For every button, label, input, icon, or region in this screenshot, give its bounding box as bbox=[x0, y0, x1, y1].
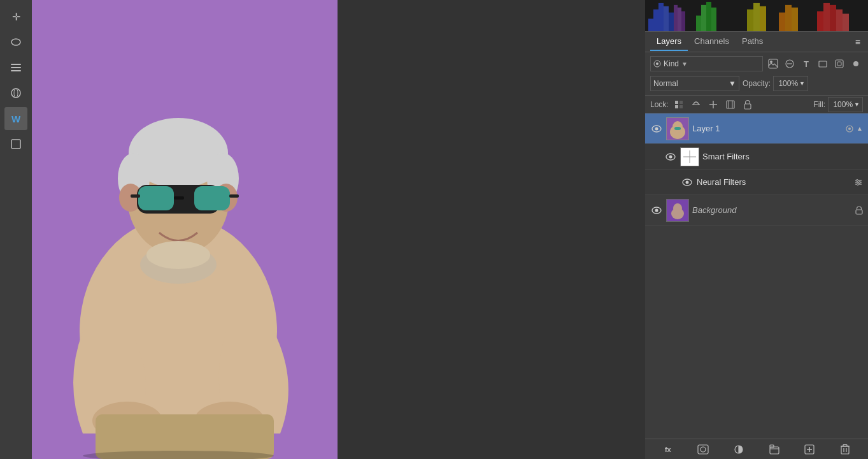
svg-rect-71 bbox=[744, 104, 751, 109]
svg-point-0 bbox=[11, 39, 20, 45]
panel-bottom-toolbar: fx bbox=[645, 439, 868, 459]
svg-rect-36 bbox=[706, 2, 711, 31]
filter-shape-icon[interactable] bbox=[816, 57, 830, 71]
svg-rect-44 bbox=[817, 11, 823, 31]
background-thumbnail bbox=[666, 199, 689, 222]
lock-transparent-btn[interactable] bbox=[672, 98, 686, 112]
svg-rect-107 bbox=[841, 446, 849, 454]
layer1-name: Layer 1 bbox=[692, 124, 842, 133]
svg-rect-63 bbox=[679, 101, 683, 104]
svg-rect-77 bbox=[674, 127, 681, 130]
svg-point-73 bbox=[655, 127, 658, 130]
fill-chevron-icon: ▼ bbox=[854, 101, 860, 108]
tab-layers[interactable]: Layers bbox=[650, 33, 688, 51]
svg-point-53 bbox=[656, 62, 658, 65]
svg-point-81 bbox=[669, 155, 672, 158]
3d-tool-btn[interactable] bbox=[4, 82, 27, 105]
layer-item-neural-filters[interactable]: Neural Filters bbox=[645, 170, 868, 195]
blend-chevron-icon: ▼ bbox=[729, 79, 736, 88]
layer1-visibility-btn[interactable] bbox=[650, 122, 663, 135]
move-tool-btn[interactable]: ✛ bbox=[4, 5, 27, 28]
background-visibility-btn[interactable] bbox=[650, 204, 663, 217]
kind-dropdown[interactable]: Kind ▼ bbox=[650, 56, 763, 71]
filter-image-icon[interactable] bbox=[766, 57, 780, 71]
svg-rect-41 bbox=[779, 13, 785, 31]
svg-rect-31 bbox=[658, 3, 664, 31]
lasso-tool-btn[interactable] bbox=[4, 31, 27, 54]
shape-tool-btn[interactable] bbox=[4, 133, 27, 156]
kind-chevron-icon: ▼ bbox=[681, 61, 688, 68]
filter-adjustment-icon[interactable] bbox=[783, 57, 797, 71]
tab-channels[interactable]: Channels bbox=[688, 33, 736, 51]
layer-item-background[interactable]: Background bbox=[645, 195, 868, 226]
svg-rect-42 bbox=[785, 5, 792, 31]
add-mask-btn[interactable] bbox=[695, 442, 711, 457]
svg-rect-48 bbox=[843, 14, 849, 31]
svg-rect-59 bbox=[836, 60, 843, 68]
svg-rect-51 bbox=[681, 11, 685, 31]
create-layer-btn[interactable] bbox=[802, 442, 817, 457]
svg-rect-98 bbox=[856, 210, 862, 214]
filter-pixel-icon[interactable] bbox=[849, 57, 863, 71]
svg-rect-60 bbox=[837, 62, 841, 66]
layer-item-layer1[interactable]: Layer 1 ▲ bbox=[645, 113, 868, 144]
neural-filters-settings-icon[interactable] bbox=[854, 178, 863, 187]
background-lock-icon bbox=[855, 206, 863, 215]
create-fill-btn[interactable] bbox=[731, 442, 746, 457]
panel-menu-btn[interactable]: ≡ bbox=[853, 34, 863, 50]
svg-rect-37 bbox=[711, 8, 716, 31]
svg-rect-61 bbox=[675, 101, 678, 104]
svg-rect-6 bbox=[11, 140, 20, 149]
opacity-row: Opacity: 100% ▼ bbox=[743, 76, 863, 91]
text-tool-btn[interactable]: W bbox=[4, 107, 27, 130]
layer1-expand-btn[interactable]: ▲ bbox=[857, 125, 863, 132]
right-panel: Layers Channels Paths ≡ Kind ▼ bbox=[645, 0, 868, 459]
svg-point-90 bbox=[857, 179, 858, 181]
lock-all-btn[interactable] bbox=[741, 98, 755, 112]
left-toolbar: ✛ W bbox=[0, 0, 32, 459]
svg-rect-50 bbox=[678, 8, 681, 31]
canvas-image bbox=[32, 0, 338, 459]
tab-paths[interactable]: Paths bbox=[736, 33, 769, 51]
svg-rect-45 bbox=[823, 3, 830, 31]
opacity-input[interactable]: 100% ▼ bbox=[773, 76, 808, 91]
fill-row: Fill: 100% ▼ bbox=[813, 97, 863, 112]
svg-rect-54 bbox=[769, 59, 778, 68]
blend-opacity-row: Normal ▼ Opacity: 100% ▼ bbox=[650, 75, 863, 92]
svg-point-23 bbox=[146, 241, 210, 269]
svg-rect-1 bbox=[11, 67, 21, 68]
brush-tool-btn[interactable] bbox=[4, 56, 27, 79]
svg-point-79 bbox=[848, 127, 851, 130]
svg-rect-19 bbox=[174, 196, 184, 200]
add-layer-style-btn[interactable]: fx bbox=[660, 442, 676, 457]
histogram-area bbox=[645, 0, 868, 32]
canvas-area bbox=[32, 0, 645, 459]
layer-item-smart-filters[interactable]: Smart Filters bbox=[645, 144, 868, 170]
fill-input[interactable]: 100% ▼ bbox=[828, 97, 863, 112]
filter-smart-icon[interactable] bbox=[832, 57, 846, 71]
blend-mode-dropdown[interactable]: Normal ▼ bbox=[650, 76, 739, 91]
create-group-btn[interactable] bbox=[767, 442, 782, 457]
lock-artboard-btn[interactable] bbox=[723, 98, 737, 112]
svg-rect-39 bbox=[753, 3, 760, 31]
svg-rect-64 bbox=[675, 105, 678, 108]
svg-point-5 bbox=[14, 89, 18, 98]
svg-rect-103 bbox=[770, 445, 774, 448]
svg-rect-40 bbox=[760, 6, 766, 31]
smart-filters-visibility-btn[interactable] bbox=[664, 150, 677, 163]
lock-label: Lock: bbox=[650, 100, 669, 109]
svg-rect-47 bbox=[836, 10, 843, 31]
lock-image-btn[interactable] bbox=[689, 98, 703, 112]
kind-filter-row: Kind ▼ T bbox=[650, 55, 863, 72]
svg-rect-62 bbox=[679, 105, 683, 108]
svg-rect-43 bbox=[792, 8, 798, 31]
smart-filters-name: Smart Filters bbox=[702, 152, 863, 161]
lock-position-btn[interactable] bbox=[706, 98, 720, 112]
layers-list: Layer 1 ▲ Smart Filters Neural Filters bbox=[645, 113, 868, 439]
canvas-dark-area bbox=[338, 0, 645, 459]
kind-label: Kind bbox=[664, 59, 679, 68]
filter-text-icon[interactable]: T bbox=[799, 57, 813, 71]
neural-filters-visibility-btn[interactable] bbox=[681, 176, 694, 189]
delete-layer-btn[interactable] bbox=[837, 442, 853, 457]
svg-rect-32 bbox=[664, 6, 669, 31]
